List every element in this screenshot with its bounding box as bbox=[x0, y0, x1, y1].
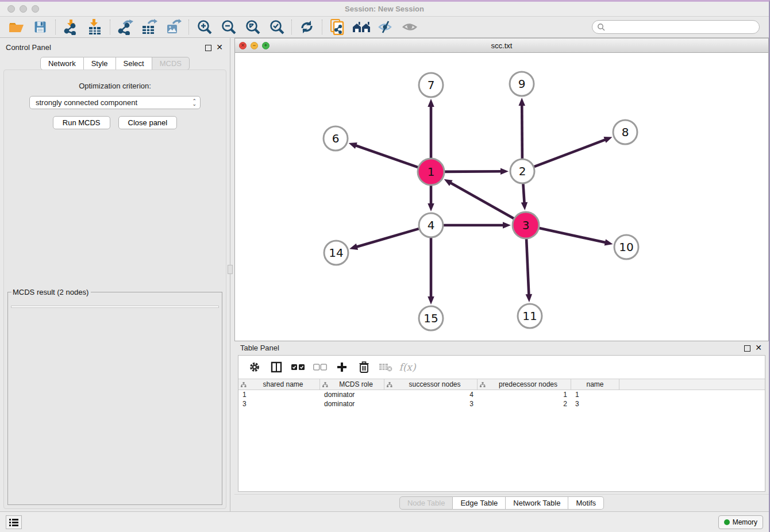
hide-selected-button[interactable] bbox=[374, 18, 397, 36]
graph-node-label: 3 bbox=[522, 218, 530, 232]
tab-network[interactable]: Network bbox=[40, 57, 84, 70]
column-header-shared-name[interactable]: shared name bbox=[238, 379, 320, 390]
status-bar: Memory bbox=[0, 511, 769, 532]
table-cell[interactable]: 1 bbox=[478, 390, 571, 399]
control-panel-tabs: NetworkStyleSelectMCDS bbox=[0, 57, 230, 70]
table-row[interactable]: 1dominator411 bbox=[238, 390, 765, 399]
table-panel: Table Panel ✕ bbox=[234, 341, 769, 511]
delete-table-icon bbox=[379, 363, 392, 372]
first-neighbors-button[interactable] bbox=[350, 18, 373, 36]
memory-button[interactable]: Memory bbox=[718, 515, 763, 529]
graph-node-label: 11 bbox=[522, 309, 537, 323]
export-network-button[interactable] bbox=[114, 18, 137, 36]
float-table-panel-icon[interactable] bbox=[744, 345, 750, 352]
float-panel-icon[interactable] bbox=[205, 45, 211, 51]
close-table-panel-icon[interactable]: ✕ bbox=[754, 343, 763, 352]
tab-network-table[interactable]: Network Table bbox=[506, 496, 568, 510]
splitter-grip-icon[interactable] bbox=[228, 265, 233, 274]
mcds-result-item[interactable]: 1 bbox=[15, 307, 218, 308]
graph-edge[interactable] bbox=[449, 182, 514, 218]
select-all-columns-button[interactable] bbox=[289, 358, 307, 376]
graph-edge[interactable] bbox=[523, 184, 524, 204]
save-session-button[interactable] bbox=[29, 18, 52, 36]
zoom-out-icon bbox=[221, 20, 236, 35]
tab-node-table[interactable]: Node Table bbox=[399, 496, 453, 510]
graph-node-label: 10 bbox=[619, 240, 633, 254]
open-session-button[interactable] bbox=[5, 18, 28, 36]
table-row[interactable]: 3dominator323 bbox=[238, 399, 765, 408]
delete-column-button[interactable] bbox=[355, 358, 373, 376]
column-header-MCDS-role[interactable]: MCDS role bbox=[320, 379, 384, 390]
unselect-all-columns-button[interactable] bbox=[311, 358, 329, 376]
show-all-button[interactable] bbox=[398, 18, 421, 36]
table-cell[interactable]: 3 bbox=[384, 399, 478, 408]
show-column-button[interactable] bbox=[267, 358, 286, 376]
close-panel-button[interactable]: Close panel bbox=[118, 116, 178, 129]
panel-splitter[interactable] bbox=[230, 38, 234, 511]
close-panel-icon[interactable]: ✕ bbox=[215, 43, 224, 52]
task-list-icon bbox=[9, 518, 18, 526]
table-cell[interactable]: 3 bbox=[238, 399, 320, 408]
column-header-predecessor-nodes[interactable]: predecessor nodes bbox=[478, 379, 571, 390]
mcds-panel: Optimization criterion: strongly connect… bbox=[3, 70, 226, 509]
graph-node-label: 9 bbox=[518, 77, 526, 91]
network-canvas[interactable]: 7968124314101511 bbox=[235, 53, 768, 341]
network-from-selection-button[interactable] bbox=[326, 18, 349, 36]
graph-edge-arrowhead bbox=[428, 203, 434, 211]
criterion-select[interactable]: strongly connected component ⌃⌄ bbox=[29, 96, 201, 109]
delete-table-button[interactable] bbox=[376, 358, 395, 376]
zoom-selected-button[interactable] bbox=[265, 18, 288, 36]
task-history-button[interactable] bbox=[6, 515, 22, 529]
function-builder-button[interactable]: f(x) bbox=[398, 358, 417, 376]
zoom-out-button[interactable] bbox=[217, 18, 240, 36]
tab-motifs[interactable]: Motifs bbox=[568, 496, 604, 510]
graph-edge[interactable] bbox=[356, 229, 419, 247]
graph-edge[interactable] bbox=[539, 228, 606, 242]
column-label: MCDS role bbox=[330, 380, 382, 388]
zoom-in-button[interactable] bbox=[192, 18, 215, 36]
table-cell[interactable]: 1 bbox=[571, 390, 619, 399]
gear-icon bbox=[249, 361, 260, 373]
graph-edge[interactable] bbox=[526, 239, 529, 296]
column-header-successor-nodes[interactable]: successor nodes bbox=[384, 379, 478, 390]
zoom-selected-icon bbox=[269, 20, 284, 35]
table-cell[interactable]: dominator bbox=[320, 399, 384, 408]
table-cell[interactable]: 1 bbox=[238, 390, 320, 399]
zoom-fit-button[interactable] bbox=[241, 18, 264, 36]
create-column-button[interactable] bbox=[333, 358, 351, 376]
tab-edge-table[interactable]: Edge Table bbox=[453, 496, 506, 510]
save-icon bbox=[33, 20, 47, 34]
export-network-icon bbox=[118, 19, 133, 35]
refresh-view-button[interactable] bbox=[295, 18, 318, 36]
graph-edge[interactable] bbox=[534, 139, 607, 167]
eye-slash-icon bbox=[378, 20, 394, 34]
table-cell[interactable]: 2 bbox=[478, 399, 571, 408]
control-panel-header: Control Panel ✕ bbox=[0, 41, 230, 53]
column-label: name bbox=[573, 380, 617, 388]
tab-style[interactable]: Style bbox=[84, 57, 116, 70]
import-table-button[interactable] bbox=[83, 18, 106, 36]
graph-node-label: 7 bbox=[428, 78, 435, 92]
table-cell[interactable]: dominator bbox=[320, 390, 384, 399]
import-network-button[interactable] bbox=[59, 18, 82, 36]
mcds-buttons: Run MCDS Close panel bbox=[4, 116, 226, 129]
search-box[interactable] bbox=[592, 20, 760, 34]
graph-edge[interactable] bbox=[445, 171, 502, 172]
graph-edge-arrowhead bbox=[503, 222, 511, 229]
table-cell[interactable]: 3 bbox=[571, 399, 619, 408]
column-header-name[interactable]: name bbox=[571, 379, 619, 390]
graph-edge[interactable] bbox=[355, 145, 418, 168]
table-settings-button[interactable] bbox=[245, 358, 264, 376]
tab-select[interactable]: Select bbox=[116, 57, 152, 70]
tab-mcds[interactable]: MCDS bbox=[152, 57, 190, 70]
network-graph: 7968124314101511 bbox=[235, 53, 769, 341]
export-image-button[interactable] bbox=[162, 18, 185, 36]
export-table-button[interactable] bbox=[138, 18, 161, 36]
search-input[interactable] bbox=[608, 23, 754, 31]
table-cell[interactable]: 4 bbox=[384, 390, 478, 399]
run-mcds-button[interactable]: Run MCDS bbox=[53, 116, 110, 129]
criterion-value: strongly connected component bbox=[36, 98, 190, 107]
column-type-icon bbox=[387, 382, 392, 387]
graph-edge[interactable] bbox=[522, 104, 522, 159]
table-toolbar: f(x) bbox=[238, 356, 765, 379]
